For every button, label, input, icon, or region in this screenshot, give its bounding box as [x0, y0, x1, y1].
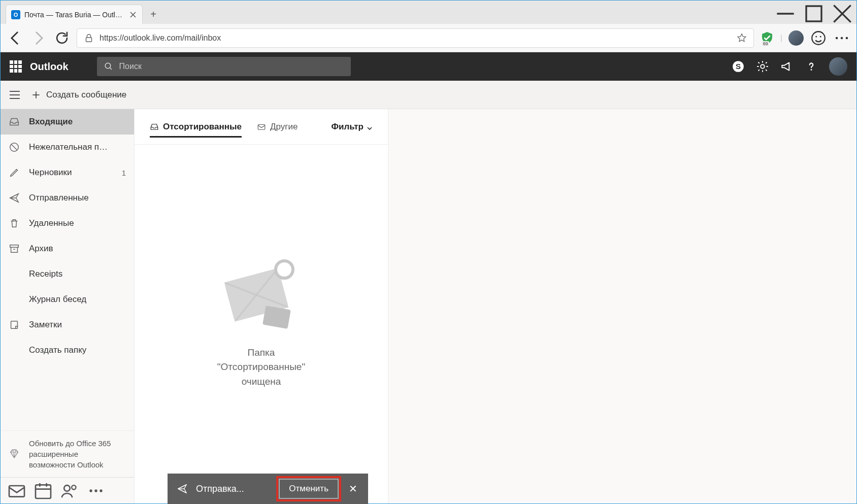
- svg-point-21: [94, 489, 97, 492]
- inbox-focused-icon: [150, 122, 159, 131]
- folder-drafts[interactable]: Черновики1: [1, 160, 134, 185]
- feedback-smiley-icon[interactable]: [810, 29, 827, 47]
- folder-label: Нежелательная п…: [29, 142, 126, 152]
- folder-label: Отправленные: [29, 193, 126, 203]
- folder-label: Архив: [29, 244, 126, 254]
- note-icon: [9, 319, 20, 330]
- folder-label: Receipts: [29, 269, 126, 279]
- toast-message: Отправка...: [196, 484, 271, 494]
- folder-label: Удаленные: [29, 218, 126, 228]
- message-list-pane: Отсортированные Другие Фильтр Папка "Отс…: [135, 109, 388, 503]
- cancel-send-button[interactable]: Отменить: [279, 479, 339, 499]
- svg-rect-16: [9, 486, 24, 497]
- profile-avatar-icon[interactable]: [788, 30, 804, 46]
- url-input[interactable]: [100, 33, 731, 43]
- inbox-icon: [9, 116, 20, 127]
- window-titlebar: O Почта — Taras Buria — Outlook +: [1, 1, 856, 24]
- upgrade-link[interactable]: Обновить до Office 365 расширенные возмо…: [1, 430, 134, 477]
- compose-button[interactable]: Создать сообщение: [31, 90, 126, 100]
- module-switcher: [1, 477, 134, 503]
- svg-text:S: S: [736, 62, 741, 71]
- folder-chatlog[interactable]: Журнал бесед: [1, 287, 134, 312]
- folder-label: Черновики: [29, 167, 113, 178]
- svg-point-6: [841, 37, 843, 39]
- svg-point-4: [820, 36, 821, 37]
- nav-forward-button[interactable]: [30, 29, 47, 47]
- archive-icon: [9, 243, 20, 254]
- folder-inbox[interactable]: Входящие: [1, 109, 134, 135]
- folder-label: Заметки: [29, 320, 126, 330]
- folder-junk[interactable]: Нежелательная п…: [1, 135, 134, 160]
- reading-pane: [388, 109, 856, 503]
- folder-sidebar: ВходящиеНежелательная п…Черновики1Отправ…: [1, 109, 135, 503]
- folder-label: Создать папку: [29, 345, 126, 355]
- nav-back-button[interactable]: [7, 29, 24, 47]
- empty-state: Папка "Отсортированные" очищена: [135, 145, 388, 503]
- folder-archive[interactable]: Архив: [1, 236, 134, 261]
- svg-point-19: [72, 485, 76, 489]
- tab-focused[interactable]: Отсортированные: [150, 118, 242, 138]
- svg-point-3: [815, 36, 817, 37]
- search-icon: [104, 62, 113, 71]
- folder-newfolder[interactable]: Создать папку: [1, 338, 134, 363]
- folder-deleted[interactable]: Удаленные: [1, 211, 134, 236]
- tab-close-icon[interactable]: [129, 11, 137, 19]
- window-minimize-button[interactable]: [771, 4, 800, 24]
- filter-dropdown[interactable]: Фильтр: [332, 122, 373, 132]
- window-close-button[interactable]: [828, 4, 856, 24]
- browser-menu-button[interactable]: [833, 29, 850, 47]
- block-icon: [9, 142, 20, 153]
- adblock-extension-icon[interactable]: 69: [760, 31, 774, 45]
- help-icon[interactable]: [805, 60, 818, 73]
- mail-module-icon[interactable]: [5, 481, 29, 501]
- trash-icon: [9, 218, 20, 229]
- send-icon: [177, 483, 188, 494]
- window-maximize-button[interactable]: [800, 4, 828, 24]
- settings-gear-icon[interactable]: [756, 60, 769, 73]
- plus-icon: [31, 90, 41, 100]
- svg-point-5: [836, 37, 838, 39]
- tab-title: Почта — Taras Buria — Outlook: [24, 11, 125, 19]
- inbox-tabs: Отсортированные Другие Фильтр: [135, 109, 388, 145]
- toast-close-icon[interactable]: ✕: [347, 483, 359, 495]
- user-avatar[interactable]: [829, 57, 847, 76]
- tab-other[interactable]: Другие: [257, 118, 298, 136]
- app-header: Outlook S: [1, 52, 856, 81]
- lock-icon: [83, 32, 94, 44]
- nav-toggle-button[interactable]: [8, 88, 22, 102]
- address-bar[interactable]: [77, 28, 754, 48]
- send-icon: [9, 192, 20, 204]
- skype-icon[interactable]: S: [732, 60, 745, 73]
- search-input[interactable]: [119, 62, 344, 71]
- svg-point-22: [100, 489, 102, 492]
- favorite-star-icon[interactable]: [736, 32, 747, 44]
- svg-rect-17: [36, 485, 51, 498]
- compose-label: Создать сообщение: [46, 90, 126, 100]
- app-launcher-icon[interactable]: [10, 60, 22, 73]
- svg-rect-14: [10, 245, 19, 248]
- folder-notes[interactable]: Заметки: [1, 312, 134, 338]
- svg-point-7: [846, 37, 848, 39]
- browser-toolbar: 69 |: [1, 24, 856, 52]
- svg-point-12: [811, 69, 812, 71]
- search-box[interactable]: [97, 57, 351, 76]
- chevron-down-icon: [367, 124, 373, 130]
- diamond-icon: [9, 438, 20, 470]
- svg-point-8: [105, 63, 111, 69]
- folder-receipts[interactable]: Receipts: [1, 261, 134, 287]
- pencil-icon: [9, 167, 20, 178]
- calendar-module-icon[interactable]: [31, 481, 55, 501]
- extension-badge: 69: [762, 41, 769, 46]
- folder-sent[interactable]: Отправленные: [1, 185, 134, 211]
- svg-rect-0: [806, 6, 821, 21]
- people-module-icon[interactable]: [57, 481, 82, 501]
- more-modules-icon[interactable]: [84, 481, 108, 501]
- nav-refresh-button[interactable]: [53, 29, 71, 47]
- folder-label: Входящие: [29, 117, 126, 127]
- svg-point-18: [64, 485, 70, 491]
- svg-rect-1: [86, 38, 92, 42]
- megaphone-icon[interactable]: [780, 60, 794, 73]
- command-bar: Создать сообщение: [1, 81, 856, 109]
- browser-tab[interactable]: O Почта — Taras Buria — Outlook: [6, 5, 143, 24]
- new-tab-button[interactable]: +: [145, 6, 162, 23]
